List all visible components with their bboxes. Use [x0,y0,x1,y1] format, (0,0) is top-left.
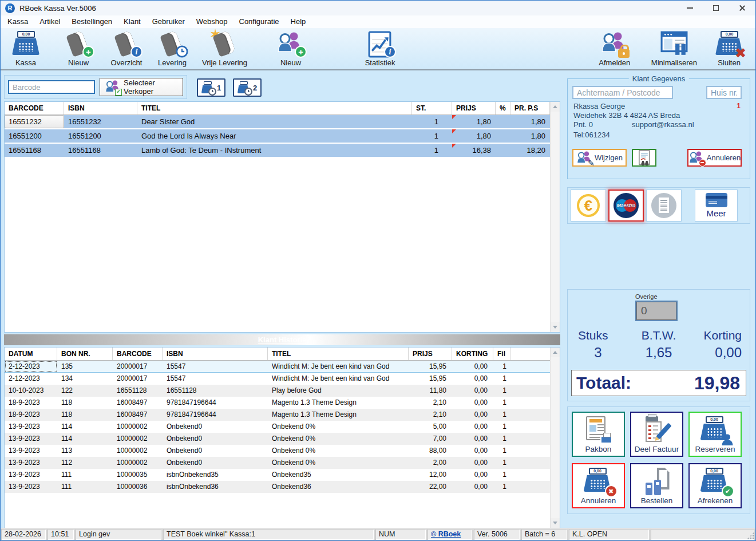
sale-cell: 18,20 [510,144,550,157]
toolbar-button-nieuw-klant[interactable]: + Nieuw [274,31,308,67]
history-table-row[interactable]: 10-10-20231221655112816551128Play before… [5,385,550,397]
toolbar-button-vrije-levering[interactable]: Vrije Levering [202,31,247,67]
close-window-icon[interactable] [729,1,755,15]
register-tray-1-button[interactable]: 1 [197,78,225,97]
column-header-fil[interactable]: Fil [493,347,510,360]
column-header-prijs[interactable]: PRIJS [409,347,452,360]
barcode-group: Selecteer Verkoper [4,75,187,99]
history-cell: 0,00 [452,409,493,421]
toolbar-button-afmelden[interactable]: Afmelden [597,31,632,67]
toolbar-button-kassa[interactable]: 0,00 Kassa [9,31,43,67]
barcode-input[interactable] [8,80,95,94]
column-header-percent[interactable]: % [496,102,510,114]
toolbar-button-statistiek[interactable]: i Statistiek [363,31,397,67]
history-cell: 122 [57,385,113,397]
reserveren-button[interactable]: 0,00 Reserveren [688,412,742,457]
book-plus-icon: + [65,31,92,58]
scroll-up-icon[interactable] [551,347,560,357]
customer-search-input[interactable] [572,86,673,99]
register-display: 0,00 [589,468,607,475]
minimize-window-icon[interactable] [676,1,703,15]
history-table-scrollbar[interactable] [550,347,560,528]
menu-item-gebruiker[interactable]: Gebruiker [147,15,191,28]
column-header-pr-p-s[interactable]: PR. P.S [510,102,550,114]
history-divider: Klant Historie [4,334,560,345]
column-header-st[interactable]: ST. [412,102,452,114]
menu-item-configuratie[interactable]: Configuratie [233,15,285,28]
menu-item-artikel[interactable]: Artikel [34,15,66,28]
cancel-customer-label: Annuleren [707,153,741,162]
history-cell: 1 [493,421,510,433]
cancel-customer-button[interactable]: Annuleren [687,149,742,167]
edit-customer-button[interactable]: Wijzigen [572,149,627,167]
history-table-row[interactable]: 13-9-202311410000002Onbekend0Onbekend 0%… [5,433,550,445]
history-cell: 0,00 [452,361,493,372]
menu-item-help[interactable]: Help [285,15,312,28]
menu-item-webshop[interactable]: Webshop [191,15,233,28]
column-header-bon-nr[interactable]: BON NR. [57,347,113,360]
sale-table-scrollbar[interactable] [550,102,560,332]
toolbar-button-levering[interactable]: Levering [155,31,189,67]
history-table-row[interactable]: 18-9-2023118160084979781847196644Magento… [5,397,550,409]
column-header-prijs[interactable]: PRIJS [452,102,496,114]
sale-table-row[interactable]: 1655116816551168Lamb of God: Te Deum - I… [5,144,550,158]
sale-cell: 16551168 [64,144,137,157]
history-table-row[interactable]: 18-9-2023118160084979781847196644Magento… [5,409,550,421]
payment-receipt-button[interactable] [646,189,682,222]
menu-bar: KassaArtikelBestellingenKlantGebruikerWe… [1,15,755,28]
statusbar-item-k-l-open: K.L. OPEN [569,529,649,540]
scroll-up-icon[interactable] [551,102,560,112]
totals-grid: Stuks B.T.W. Korting 3 1,65 0,00 [568,329,750,361]
register-clock-icon [201,81,214,94]
history-table-row[interactable]: 2-12-20231352000001715547Windlicht M: Je… [5,361,550,373]
deel-factuur-button[interactable]: Deel Factuur [630,412,683,457]
toolbar-button-sluiten[interactable]: 0,00 Sluiten [712,31,746,67]
menu-item-klant[interactable]: Klant [118,15,147,28]
toolbar-button-nieuw-artikel[interactable]: + Nieuw [61,31,96,67]
register-tray-2-button[interactable]: 2 [233,78,262,97]
history-cell: 18-9-2023 [5,409,57,421]
payment-maestro-button[interactable]: Maestro [608,189,644,222]
column-header-isbn[interactable]: ISBN [163,347,268,360]
menu-item-kassa[interactable]: Kassa [2,15,34,28]
history-table-row[interactable]: 13-9-202311310000002Onbekend0Onbekend 0%… [5,445,550,457]
sale-table-row[interactable]: 1655120016551200God the Lord Is Always N… [5,129,550,144]
menu-item-bestellingen[interactable]: Bestellingen [66,15,118,28]
sale-table-row[interactable]: 1655123216551232Dear Sister God11,801,80 [5,115,550,129]
customer-history-search-button[interactable] [632,149,656,167]
history-cell: 1 [493,397,510,409]
select-seller-button[interactable]: Selecteer Verkoper [100,78,183,96]
maximize-window-icon[interactable] [703,1,729,15]
history-table-row[interactable]: 13-9-202311410000002Onbekend0Onbekend 0%… [5,421,550,433]
column-header-barcode[interactable]: BARCODE [113,347,163,360]
column-header-titel[interactable]: TITEL [268,347,409,360]
house-number-input[interactable] [706,86,742,99]
payment-cash-button[interactable]: € [571,189,606,222]
column-header-korting[interactable]: KORTING [452,347,493,360]
history-table-row[interactable]: 13-9-202311110000035isbnOnbekend35Onbeke… [5,469,550,481]
payment-more-button[interactable]: Meer [695,189,738,222]
column-header-titel[interactable]: TITEL [137,102,412,114]
toolbar-button-minimaliseren[interactable]: Minimaliseren [651,31,697,67]
history-table-row[interactable]: 2-12-20231342000001715547Windlicht M: Je… [5,373,550,385]
register-display: 0,00 [17,31,35,38]
pakbon-button[interactable]: Pakbon [572,412,625,457]
scroll-down-icon[interactable] [551,518,560,528]
statistics-icon: i [366,31,394,58]
statusbar-link-rboek[interactable]: © RBoek [428,529,472,540]
afrekenen-button[interactable]: 0,00 ✔ Afrekenen [688,463,742,508]
column-header-datum[interactable]: DATUM [5,347,57,360]
history-table-row[interactable]: 13-9-202311110000036isbnOnbekend36Onbeke… [5,481,550,493]
column-header-isbn[interactable]: ISBN [64,102,137,114]
bestellen-button[interactable]: Bestellen [630,463,683,508]
history-cell: 0,00 [452,397,493,409]
toolbar-button-overzicht[interactable]: i Overzicht [109,31,144,67]
annuleren-button[interactable]: 0,00 ✖ Annuleren [572,463,625,508]
column-header-barcode[interactable]: BARCODE [5,102,64,114]
history-table-row[interactable]: 13-9-202311210000002Onbekend0Onbekend 0%… [5,457,550,469]
history-cell: 16551128 [163,385,268,397]
sale-cell: 16551232 [64,115,137,128]
overige-input[interactable] [635,301,678,321]
history-cell: 13-9-2023 [5,481,57,493]
scroll-down-icon[interactable] [551,322,560,332]
